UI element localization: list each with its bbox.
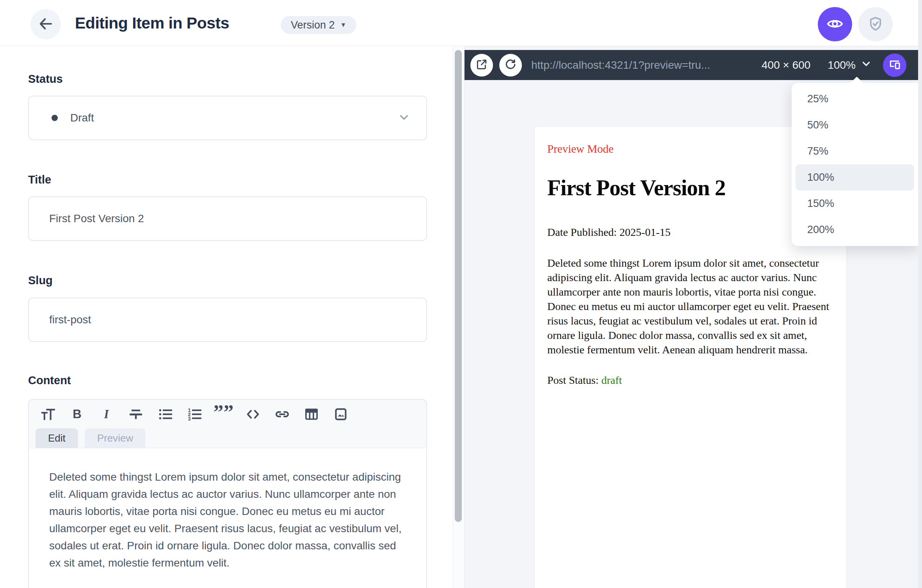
zoom-level-control[interactable]: 100% <box>828 58 872 72</box>
svg-text:3: 3 <box>188 416 190 421</box>
preview-status-line: Post Status: draft <box>547 374 834 387</box>
code-button[interactable] <box>244 405 262 423</box>
zoom-dropdown-menu: 25% 50% 75% 100% 150% 200% <box>792 83 918 246</box>
content-editor: B I 123 ”” E <box>28 399 427 588</box>
preview-status-label: Post Status: <box>547 374 601 386</box>
blockquote-button[interactable]: ”” <box>215 405 232 423</box>
status-select[interactable]: Draft <box>28 96 427 140</box>
zoom-option-200[interactable]: 200% <box>792 217 918 243</box>
slug-input[interactable] <box>29 298 426 341</box>
app-header: Editing Item in Posts Version 2 ▼ <box>0 0 922 46</box>
preview-toggle-button[interactable] <box>818 7 852 41</box>
bullet-list-icon <box>158 407 173 422</box>
numbered-list-button[interactable]: 123 <box>185 405 203 423</box>
slug-label: Slug <box>28 274 53 287</box>
zoom-option-100[interactable]: 100% <box>796 164 914 191</box>
status-value: Draft <box>70 112 397 124</box>
italic-icon: I <box>104 407 109 421</box>
chevron-down-icon <box>397 110 411 125</box>
responsive-device-icon <box>888 58 901 72</box>
image-button[interactable] <box>332 405 349 423</box>
tab-edit[interactable]: Edit <box>36 428 78 448</box>
tab-preview[interactable]: Preview <box>85 428 146 448</box>
zoom-option-50[interactable]: 50% <box>792 112 918 138</box>
window-scrollbar-gutter <box>918 0 922 588</box>
open-external-icon <box>475 58 488 72</box>
validation-button[interactable] <box>858 7 893 41</box>
chevron-down-icon: ▼ <box>340 21 347 29</box>
title-label: Title <box>28 173 51 186</box>
refresh-button[interactable] <box>499 54 522 77</box>
content-textarea[interactable]: Deleted some thingst Lorem ipsum dolor s… <box>29 448 426 588</box>
title-field-box <box>28 196 427 241</box>
preview-status-value: draft <box>601 374 622 386</box>
image-icon <box>333 406 349 422</box>
refresh-icon <box>504 58 517 72</box>
version-selector[interactable]: Version 2 ▼ <box>281 16 356 34</box>
preview-date-line: Date Published: 2025-01-15 <box>547 226 834 239</box>
preview-body-text: Deleted some thingst Lorem ipsum dolor s… <box>547 256 834 357</box>
editor-tabs: Edit Preview <box>36 428 146 448</box>
zoom-level-value: 100% <box>828 59 856 71</box>
link-icon <box>274 406 290 422</box>
title-input[interactable] <box>29 197 426 240</box>
text-size-icon <box>41 407 55 422</box>
slug-field-box <box>28 298 427 342</box>
text-size-button[interactable] <box>39 405 57 423</box>
status-dot-icon <box>52 115 58 121</box>
blockquote-icon: ”” <box>214 408 234 420</box>
status-label: Status <box>28 73 63 86</box>
page-title: Editing Item in Posts <box>75 0 229 46</box>
bold-button[interactable]: B <box>68 405 86 423</box>
panel-scrollbar-thumb[interactable] <box>455 50 462 522</box>
viewport-dimensions: 400 × 600 <box>762 59 810 71</box>
zoom-option-75[interactable]: 75% <box>792 138 918 164</box>
eye-icon <box>826 15 844 34</box>
shield-check-icon <box>867 16 884 33</box>
italic-button[interactable]: I <box>98 405 115 423</box>
preview-panel: http://localhost:4321/1?preview=tru... 4… <box>465 46 918 588</box>
preview-mode-banner: Preview Mode <box>547 143 834 155</box>
back-arrow-icon <box>37 16 54 33</box>
bullet-list-button[interactable] <box>156 405 174 423</box>
preview-url[interactable]: http://localhost:4321/1?preview=tru... <box>531 59 754 71</box>
back-button[interactable] <box>30 9 61 39</box>
numbered-list-icon: 123 <box>187 407 202 422</box>
editor-toolbar: B I 123 ”” E <box>29 400 426 448</box>
content-label: Content <box>28 374 71 387</box>
table-icon <box>304 406 319 422</box>
device-mode-button[interactable] <box>883 53 906 77</box>
table-button[interactable] <box>303 405 320 423</box>
strikethrough-icon <box>128 407 143 422</box>
chevron-down-icon <box>860 58 872 72</box>
preview-heading: First Post Version 2 <box>547 175 834 200</box>
open-external-button[interactable] <box>470 54 493 77</box>
strikethrough-button[interactable] <box>127 405 144 423</box>
bold-icon: B <box>73 407 81 421</box>
preview-toolbar: http://localhost:4321/1?preview=tru... 4… <box>465 50 918 80</box>
zoom-option-150[interactable]: 150% <box>792 191 918 217</box>
link-button[interactable] <box>273 405 291 423</box>
zoom-option-25[interactable]: 25% <box>792 86 918 112</box>
version-label: Version 2 <box>291 19 335 31</box>
code-icon <box>245 406 261 422</box>
